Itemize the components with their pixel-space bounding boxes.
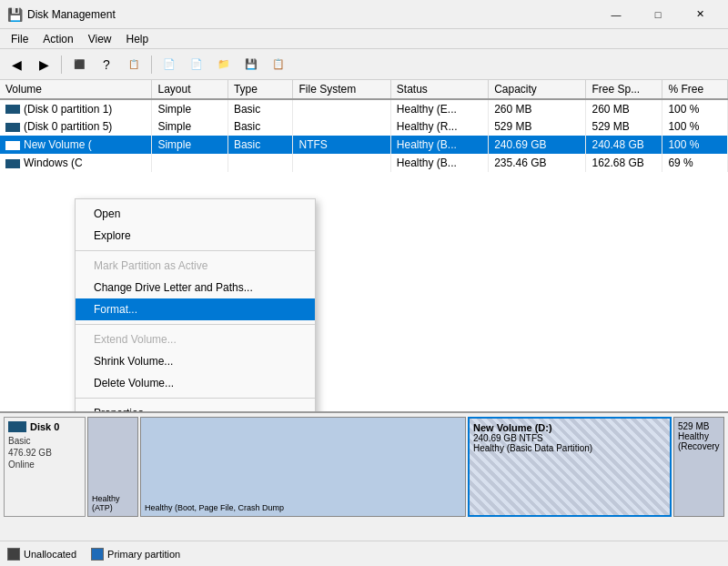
cell-volume: Windows (C [0, 154, 152, 172]
col-type[interactable]: Type [228, 80, 293, 99]
cell-filesystem [293, 154, 390, 172]
main-area: Volume Layout Type File System Status Ca… [0, 80, 728, 541]
context-menu-change-drive[interactable]: Change Drive Letter and Paths... [76, 277, 315, 298]
cell-pct: 69 % [662, 154, 728, 172]
context-menu-format[interactable]: Format... [76, 298, 315, 320]
partition-status-1: Healthy (ATP) [92, 494, 134, 512]
partition-size-recovery: 529 MB [678, 421, 720, 431]
cell-status: Healthy (R... [390, 117, 488, 136]
unallocated-label: Unallocated [24, 549, 76, 560]
back-button[interactable]: ◀ [4, 52, 29, 77]
partition-new-volume[interactable]: New Volume (D:) 240.69 GB NTFS Healthy (… [468, 417, 672, 517]
disk-map-area: Disk 0 Basic 476.92 GB Online Healthy (A… [0, 413, 728, 541]
context-menu-shrink[interactable]: Shrink Volume... [76, 350, 315, 372]
menu-help[interactable]: Help [119, 29, 157, 49]
table-row[interactable]: (Disk 0 partition 1) Simple Basic Health… [0, 99, 728, 117]
partition-status-recovery: Healthy (Recovery [678, 431, 720, 451]
cell-filesystem [293, 99, 390, 117]
toolbar-btn-9[interactable]: 💾 [238, 52, 264, 77]
context-menu-delete[interactable]: Delete Volume... [76, 372, 315, 394]
disk-row: Disk 0 Basic 476.92 GB Online Healthy (A… [4, 417, 724, 517]
cell-type [228, 154, 293, 172]
cell-volume: (Disk 0 partition 1) [0, 99, 152, 117]
menu-view[interactable]: View [81, 29, 119, 49]
cell-free: 162.68 GB [586, 154, 662, 172]
context-menu-sep-2 [76, 324, 315, 325]
context-menu-mark-active: Mark Partition as Active [76, 255, 315, 277]
toolbar-separator-2 [151, 56, 152, 74]
primary-box [91, 548, 104, 561]
table-row[interactable]: (Disk 0 partition 5) Simple Basic Health… [0, 117, 728, 136]
maximize-button[interactable]: □ [637, 0, 679, 29]
col-filesystem[interactable]: File System [293, 80, 390, 99]
minimize-button[interactable]: — [595, 0, 637, 29]
context-menu-properties[interactable]: Properties [76, 402, 315, 413]
context-menu-open[interactable]: Open [76, 203, 315, 225]
partition-windows[interactable]: Healthy (Boot, Page File, Crash Dump [140, 417, 466, 517]
toolbar: ◀ ▶ ⬛ ? 📋 📄 📄 📁 💾 📋 [0, 49, 728, 80]
col-pctfree[interactable]: % Free [662, 80, 728, 99]
cell-type: Basic [228, 99, 293, 117]
partition-size-d: 240.69 GB NTFS [473, 433, 666, 443]
cell-volume: (Disk 0 partition 5) [0, 117, 152, 136]
disk-status: Online [8, 460, 81, 470]
cell-layout [152, 154, 228, 172]
toolbar-btn-10[interactable]: 📋 [266, 52, 291, 77]
table-row-selected[interactable]: New Volume ( Simple Basic NTFS Healthy (… [0, 136, 728, 154]
cell-type: Basic [228, 117, 293, 136]
disk-table: Volume Layout Type File System Status Ca… [0, 80, 728, 172]
cell-status: Healthy (B... [390, 154, 488, 172]
cell-free: 529 MB [586, 117, 662, 136]
title-bar: 💾 Disk Management — □ ✕ [0, 0, 728, 29]
col-layout[interactable]: Layout [152, 80, 228, 99]
context-menu-explore[interactable]: Explore [76, 225, 315, 247]
cell-free: 240.48 GB [586, 136, 662, 154]
toolbar-btn-5[interactable]: 📋 [121, 52, 147, 77]
menu-bar: File Action View Help [0, 29, 728, 49]
cell-filesystem: NTFS [293, 136, 390, 154]
unallocated-box [7, 548, 20, 561]
toolbar-btn-8[interactable]: 📁 [211, 52, 237, 77]
table-row[interactable]: Windows (C Healthy (B... 235.46 GB 162.6… [0, 154, 728, 172]
app-icon: 💾 [7, 7, 22, 22]
legend-unallocated: Unallocated [7, 548, 76, 561]
cell-pct: 100 % [662, 136, 728, 154]
toolbar-btn-7[interactable]: 📄 [184, 52, 209, 77]
context-menu-sep-1 [76, 250, 315, 251]
partition-label-d: New Volume (D:) [473, 422, 666, 433]
primary-label: Primary partition [107, 549, 180, 560]
context-menu-extend: Extend Volume... [76, 328, 315, 350]
help-button[interactable]: ? [94, 52, 119, 77]
disk-partitions: Healthy (ATP) Healthy (Boot, Page File, … [87, 417, 724, 517]
close-button[interactable]: ✕ [679, 0, 721, 29]
toolbar-btn-3[interactable]: ⬛ [66, 52, 92, 77]
window-controls: — □ ✕ [595, 0, 721, 29]
legend-primary: Primary partition [91, 548, 180, 561]
partition-system[interactable]: Healthy (ATP) [87, 417, 138, 517]
col-volume[interactable]: Volume [0, 80, 152, 99]
col-status[interactable]: Status [390, 80, 488, 99]
partition-status-2: Healthy (Boot, Page File, Crash Dump [145, 503, 461, 512]
cell-free: 260 MB [586, 99, 662, 117]
cell-pct: 100 % [662, 99, 728, 117]
menu-action[interactable]: Action [35, 29, 80, 49]
toolbar-btn-6[interactable]: 📄 [157, 52, 182, 77]
disk-label: Disk 0 [8, 421, 81, 434]
context-menu-sep-3 [76, 398, 315, 399]
partition-recovery[interactable]: 529 MB Healthy (Recovery [673, 417, 724, 517]
forward-button[interactable]: ▶ [31, 52, 56, 77]
disk-size: 476.92 GB [8, 448, 81, 458]
cell-status: Healthy (B... [390, 136, 488, 154]
cell-capacity: 240.69 GB [489, 136, 586, 154]
col-capacity[interactable]: Capacity [489, 80, 586, 99]
col-free[interactable]: Free Sp... [586, 80, 662, 99]
cell-type: Basic [228, 136, 293, 154]
window-title: Disk Management [27, 8, 595, 21]
status-bar: Unallocated Primary partition [0, 541, 728, 566]
cell-status: Healthy (E... [390, 99, 488, 117]
table-area: Volume Layout Type File System Status Ca… [0, 80, 728, 413]
menu-file[interactable]: File [4, 29, 35, 49]
cell-capacity: 529 MB [489, 117, 586, 136]
cell-capacity: 235.46 GB [489, 154, 586, 172]
cell-capacity: 260 MB [489, 99, 586, 117]
